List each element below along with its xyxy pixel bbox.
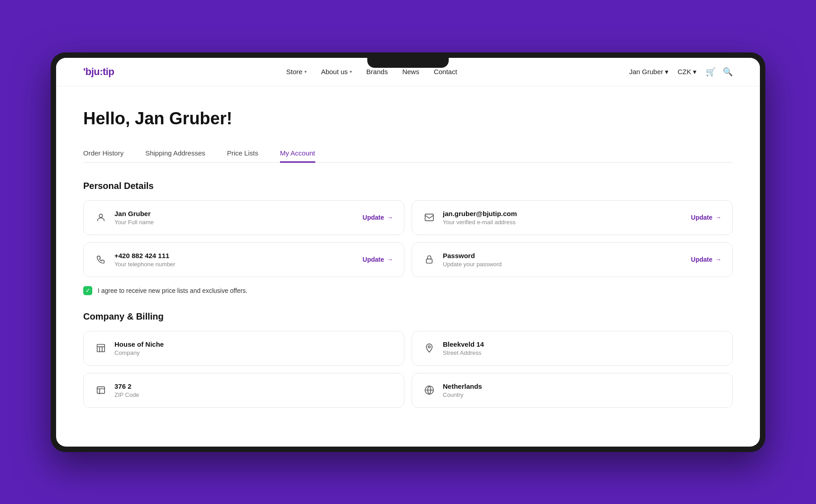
fullname-label: Your Full name: [114, 219, 154, 226]
newsletter-label: I agree to receive new price lists and e…: [98, 287, 247, 294]
tab-shipping-addresses[interactable]: Shipping Addresses: [145, 145, 205, 163]
main-content: Hello, Jan Gruber! Order History Shippin…: [56, 86, 760, 435]
country-value: Netherlands: [443, 382, 482, 390]
phone-card-left: +420 882 424 111 Your telephone number: [95, 252, 176, 268]
device-frame: 'bju:tip Store ▾ About us ▾ Brands News …: [51, 52, 765, 452]
fullname-update-arrow: →: [387, 214, 393, 221]
nav-links: Store ▾ About us ▾ Brands News Contact: [286, 68, 457, 75]
phone-text: +420 882 424 111 Your telephone number: [114, 252, 176, 268]
lock-icon: [423, 254, 436, 264]
device-screen: 'bju:tip Store ▾ About us ▾ Brands News …: [56, 58, 760, 447]
password-label: Update your password: [443, 261, 502, 268]
company-name-value: House of Niche: [114, 340, 164, 348]
nav-right: Jan Gruber ▾ CZK ▾ 🛒 🔍: [629, 67, 733, 77]
street-address-text: Bleekveld 14 Street Address: [443, 340, 484, 356]
fullname-card: Jan Gruber Your Full name Update →: [83, 200, 404, 235]
cart-icon[interactable]: 🛒: [706, 67, 716, 77]
svg-point-4: [428, 346, 431, 348]
password-update-button[interactable]: Update →: [691, 256, 721, 263]
email-icon: [423, 212, 436, 222]
street-address-value: Bleekveld 14: [443, 340, 484, 348]
zip-code-value: 376 2: [114, 382, 139, 390]
company-name-card: House of Niche Company: [83, 331, 404, 366]
zip-code-text: 376 2 ZIP Code: [114, 382, 139, 398]
country-label: Country: [443, 391, 482, 398]
store-chevron: ▾: [304, 69, 307, 74]
password-card-left: Password Update your password: [423, 252, 502, 268]
nav-username: Jan Gruber: [629, 68, 663, 75]
currency-chevron: ▾: [693, 68, 697, 76]
company-name-text: House of Niche Company: [114, 340, 164, 356]
country-text: Netherlands Country: [443, 382, 482, 398]
newsletter-checkbox[interactable]: ✓: [83, 286, 92, 295]
nav-about[interactable]: About us ▾: [321, 68, 352, 75]
fullname-update-button[interactable]: Update →: [363, 214, 393, 221]
currency-label: CZK: [678, 68, 691, 75]
personal-details-grid: Jan Gruber Your Full name Update →: [83, 200, 733, 277]
svg-rect-1: [425, 214, 433, 221]
search-icon[interactable]: 🔍: [723, 67, 733, 77]
nav-news[interactable]: News: [402, 68, 419, 75]
phone-value: +420 882 424 111: [114, 252, 176, 259]
company-billing-title: Company & Billing: [83, 311, 733, 322]
email-label: Your verified e-mail address: [443, 219, 517, 226]
company-billing-grid: House of Niche Company Bleekveld 14 Stre…: [83, 331, 733, 408]
email-card-left: jan.gruber@bjutip.com Your verified e-ma…: [423, 210, 517, 226]
password-card: Password Update your password Update →: [412, 242, 733, 277]
street-address-label: Street Address: [443, 349, 484, 356]
personal-details-title: Personal Details: [83, 181, 733, 191]
email-text: jan.gruber@bjutip.com Your verified e-ma…: [443, 210, 517, 226]
fullname-text: Jan Gruber Your Full name: [114, 210, 154, 226]
device-notch: [367, 58, 449, 68]
company-name-label: Company: [114, 349, 164, 356]
nav-user[interactable]: Jan Gruber ▾: [629, 68, 669, 76]
nav-contact[interactable]: Contact: [434, 68, 457, 75]
svg-point-0: [99, 214, 102, 217]
fullname-value: Jan Gruber: [114, 210, 154, 217]
checkmark-icon: ✓: [85, 287, 90, 293]
location-pin-icon: [423, 343, 436, 353]
phone-card: +420 882 424 111 Your telephone number U…: [83, 242, 404, 277]
tab-my-account[interactable]: My Account: [280, 145, 315, 163]
zip-code-card: 376 2 ZIP Code: [83, 373, 404, 408]
tab-order-history[interactable]: Order History: [83, 145, 123, 163]
person-icon: [95, 212, 107, 222]
nav-currency[interactable]: CZK ▾: [678, 68, 697, 76]
tab-price-lists[interactable]: Price Lists: [227, 145, 258, 163]
phone-icon: [95, 254, 107, 264]
password-text: Password Update your password: [443, 252, 502, 268]
street-address-card: Bleekveld 14 Street Address: [412, 331, 733, 366]
logo[interactable]: 'bju:tip: [83, 66, 114, 78]
page-title: Hello, Jan Gruber!: [83, 109, 733, 128]
country-card: Netherlands Country: [412, 373, 733, 408]
nav-brands[interactable]: Brands: [366, 68, 388, 75]
zip-code-label: ZIP Code: [114, 391, 139, 398]
fullname-card-left: Jan Gruber Your Full name: [95, 210, 154, 226]
email-value: jan.gruber@bjutip.com: [443, 210, 517, 217]
globe-icon: [423, 385, 436, 395]
password-value: Password: [443, 252, 502, 259]
tabs: Order History Shipping Addresses Price L…: [83, 145, 733, 163]
building-icon: [95, 343, 107, 353]
about-chevron: ▾: [350, 69, 352, 74]
svg-rect-5: [97, 387, 105, 394]
nav-store[interactable]: Store ▾: [286, 68, 307, 75]
email-update-button[interactable]: Update →: [691, 214, 721, 221]
zipcode-icon: [95, 385, 107, 395]
nav-user-chevron: ▾: [665, 68, 669, 76]
phone-label: Your telephone number: [114, 261, 176, 268]
phone-update-button[interactable]: Update →: [363, 256, 393, 263]
email-card: jan.gruber@bjutip.com Your verified e-ma…: [412, 200, 733, 235]
newsletter-checkbox-row: ✓ I agree to receive new price lists and…: [83, 286, 733, 295]
svg-rect-2: [427, 259, 432, 263]
svg-rect-3: [97, 344, 105, 352]
email-update-arrow: →: [715, 214, 721, 221]
password-update-arrow: →: [715, 256, 721, 263]
nav-icons: 🛒 🔍: [706, 67, 733, 77]
phone-update-arrow: →: [387, 256, 393, 263]
